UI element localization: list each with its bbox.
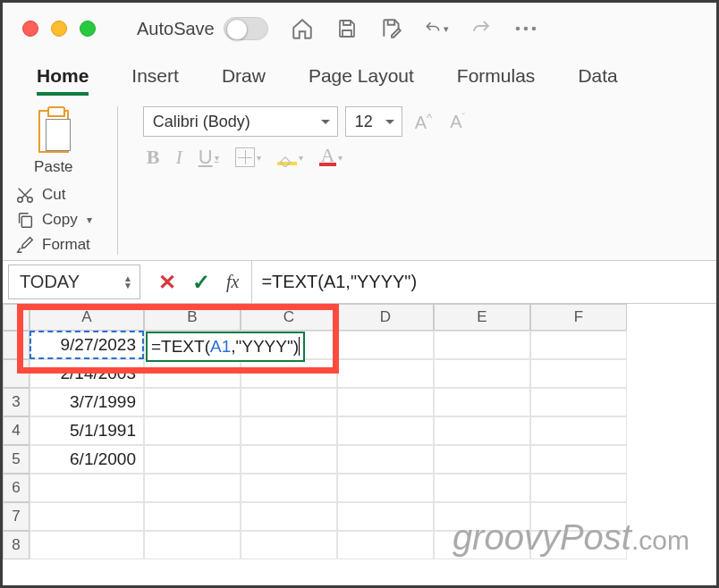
save-edit-icon[interactable] [379, 16, 404, 41]
tab-insert[interactable]: Insert [110, 58, 200, 94]
paste-button[interactable]: Paste [15, 106, 92, 176]
cell-e3[interactable] [434, 388, 530, 416]
tab-home[interactable]: Home [15, 58, 110, 94]
format-painter-button[interactable]: Format [15, 235, 92, 255]
cell-a5[interactable]: 6/1/2000 [30, 445, 144, 474]
table-row: 6 [3, 474, 716, 502]
cell-d1[interactable] [337, 331, 434, 359]
cell-e2[interactable] [434, 359, 530, 388]
fill-color-button[interactable]: ▾ [277, 149, 303, 165]
close-window-button[interactable] [22, 21, 38, 37]
row-header[interactable] [3, 359, 30, 388]
home-icon[interactable] [290, 16, 315, 41]
decrease-font-icon[interactable]: Aˇ [444, 112, 470, 132]
formula-text: =TEXT(A1,"YYYY") [261, 272, 417, 292]
fx-icon[interactable]: fx [226, 272, 239, 292]
cell-a1[interactable]: 9/27/2023 [30, 331, 144, 359]
copy-button[interactable]: Copy▾ [15, 210, 92, 230]
cell-b2[interactable] [144, 359, 241, 388]
col-header-a[interactable]: A [30, 304, 144, 331]
tab-data[interactable]: Data [556, 58, 639, 94]
more-icon[interactable] [513, 16, 538, 41]
cell-d5[interactable] [337, 445, 434, 474]
cell-c3[interactable] [241, 388, 337, 416]
minimize-window-button[interactable] [51, 21, 67, 37]
cell-b4[interactable] [144, 416, 241, 445]
cell-e6[interactable] [434, 474, 530, 502]
borders-button[interactable]: ▾ [235, 147, 261, 167]
cell-c7[interactable] [241, 502, 337, 531]
underline-button[interactable]: U▾ [199, 146, 219, 169]
cell-e4[interactable] [434, 416, 530, 445]
row-header[interactable]: 4 [3, 416, 30, 445]
cell-f5[interactable] [530, 445, 627, 474]
name-box-stepper[interactable]: ▲▼ [123, 275, 132, 290]
row-header[interactable]: 6 [3, 474, 30, 502]
bold-button[interactable]: B [147, 146, 160, 169]
row-header[interactable]: 7 [3, 502, 30, 531]
cell-f2[interactable] [530, 359, 627, 388]
italic-button[interactable]: I [175, 146, 182, 169]
cell-d6[interactable] [337, 474, 434, 502]
increase-font-icon[interactable]: A^ [410, 111, 437, 133]
cell-c6[interactable] [241, 474, 337, 502]
cell-a8[interactable] [30, 531, 144, 559]
cell-b5[interactable] [144, 445, 241, 474]
cell-a7[interactable] [30, 502, 144, 531]
accept-formula-icon[interactable]: ✓ [192, 270, 210, 295]
cell-f4[interactable] [530, 416, 627, 445]
font-color-button[interactable]: A▾ [319, 148, 343, 166]
tab-draw[interactable]: Draw [200, 58, 287, 94]
cell-f3[interactable] [530, 388, 627, 416]
cell-a4[interactable]: 5/1/1991 [30, 416, 144, 445]
cell-c2[interactable] [241, 359, 337, 388]
cancel-formula-icon[interactable]: ✕ [158, 270, 176, 295]
cut-button[interactable]: Cut [15, 185, 92, 205]
cell-b6[interactable] [144, 474, 241, 502]
cell-d3[interactable] [337, 388, 434, 416]
cell-d7[interactable] [337, 502, 434, 531]
cell-d4[interactable] [337, 416, 434, 445]
cell-b8[interactable] [144, 531, 241, 559]
font-size-select[interactable]: 12 [345, 106, 402, 137]
row-header[interactable]: 5 [3, 445, 30, 474]
cell-d2[interactable] [337, 359, 434, 388]
cell-d8[interactable] [337, 531, 434, 559]
tab-formulas[interactable]: Formulas [436, 58, 557, 94]
row-header[interactable] [3, 331, 30, 359]
row-header[interactable]: 3 [3, 388, 30, 416]
redo-icon[interactable] [469, 16, 494, 41]
cell-a2[interactable]: 2/14/2003 [30, 359, 144, 388]
maximize-window-button[interactable] [80, 21, 96, 37]
cut-label: Cut [42, 186, 65, 204]
col-header-b[interactable]: B [144, 304, 241, 331]
svg-point-0 [515, 27, 520, 31]
col-header-f[interactable]: F [530, 304, 627, 331]
font-name-select[interactable]: Calibri (Body) [143, 106, 338, 137]
col-header-e[interactable]: E [434, 304, 530, 331]
select-all-corner[interactable] [3, 304, 30, 331]
cell-editor[interactable]: =TEXT(A1,"YYYY") [146, 332, 305, 362]
autosave-toggle[interactable] [224, 17, 268, 40]
cell-e5[interactable] [434, 445, 530, 474]
cell-b7[interactable] [144, 502, 241, 531]
name-box[interactable]: TODAY ▲▼ [8, 265, 140, 299]
watermark: groovyPost.com [453, 517, 689, 559]
formula-input[interactable]: =TEXT(A1,"YYYY") [251, 261, 716, 303]
cell-a3[interactable]: 3/7/1999 [30, 388, 144, 416]
cell-b3[interactable] [144, 388, 241, 416]
tab-page-layout[interactable]: Page Layout [287, 58, 436, 94]
cell-e1[interactable] [434, 331, 530, 359]
col-header-d[interactable]: D [337, 304, 434, 331]
cell-c8[interactable] [241, 531, 337, 559]
cell-a6[interactable] [30, 474, 144, 502]
undo-icon[interactable]: ▾ [424, 16, 449, 41]
cell-c4[interactable] [241, 416, 337, 445]
clipboard-group: Paste Cut Copy▾ Format [15, 106, 92, 255]
cell-c5[interactable] [241, 445, 337, 474]
save-icon[interactable] [334, 16, 360, 41]
row-header[interactable]: 8 [3, 531, 30, 559]
cell-f6[interactable] [530, 474, 627, 502]
col-header-c[interactable]: C [241, 304, 337, 331]
cell-f1[interactable] [530, 331, 627, 359]
